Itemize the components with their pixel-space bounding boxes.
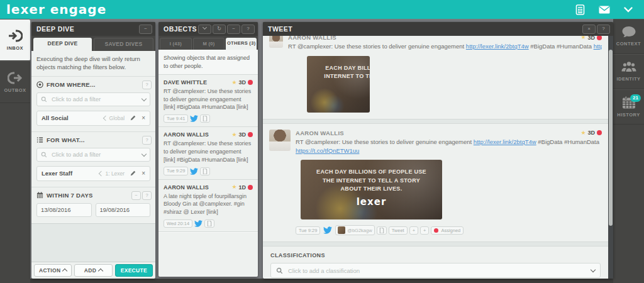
object-list-item[interactable]: DAVE WHITTLE ★ 3D RT @camplexer: Use the…	[158, 75, 258, 127]
panel-title: OBJECTS	[164, 25, 197, 33]
classification-input[interactable]	[270, 263, 601, 278]
tab-mine-count[interactable]: M (0)	[193, 38, 225, 50]
sidebar-item-context[interactable]: CONTEXT	[613, 19, 644, 54]
twitter-icon[interactable]	[190, 168, 198, 175]
age-badge: 1D	[238, 184, 246, 191]
tweet-link[interactable]: http://lexer.link/2btqT4w	[466, 43, 529, 50]
tweet-item-partial[interactable]: AARON WALLIS ★ 3D RT @camplexer: Use the…	[263, 36, 608, 119]
twitter-handle: @bG2kagw	[347, 228, 372, 233]
tweet-item-main[interactable]: AARON WALLIS ★ 3D RT @camplexer: Use the…	[263, 124, 608, 242]
chevron-down-icon[interactable]	[624, 7, 633, 13]
image-caption: EACH DAY BILLIONS OF PEOPLE USE THE INTE…	[307, 56, 370, 90]
phone-icon[interactable]	[575, 4, 585, 15]
edit-pencil-icon[interactable]	[130, 115, 136, 121]
lexer-brand-on-image: lexer	[301, 196, 442, 208]
object-author: DAVE WHITTLE	[164, 79, 207, 86]
document-badge[interactable]	[204, 219, 214, 228]
tab-others-count[interactable]: OTHERS (3)	[226, 38, 257, 50]
help-button[interactable]: ?	[142, 191, 152, 200]
document-badge[interactable]	[200, 167, 210, 175]
filter-input-field[interactable]	[50, 95, 139, 103]
sidebar-item-identity[interactable]: IDENTITY	[613, 54, 644, 89]
edit-pencil-icon[interactable]	[130, 170, 136, 176]
classification-input-field[interactable]	[287, 267, 587, 275]
classifications-section: CLASSIFICATIONS	[263, 247, 608, 279]
document-badge[interactable]	[377, 226, 387, 235]
deep-dive-body: Executing the deep dive will only return…	[31, 51, 155, 262]
assigned-dot	[597, 36, 602, 40]
refresh-button[interactable]: ↻	[213, 25, 226, 34]
action-button[interactable]: ACTION	[34, 264, 72, 277]
deep-dive-footer: ACTION ADD EXECUTE	[31, 262, 155, 279]
tweet-link[interactable]: https://t.co/tfQnETW1uu	[594, 43, 602, 50]
chevron-left-icon	[99, 170, 104, 175]
filter-chip-lexer-staff[interactable]: Lexer Staff 1: Lexer ×	[36, 166, 150, 181]
outbox-icon	[8, 71, 23, 85]
sidebar-item-history[interactable]: 21 HISTORY	[613, 89, 644, 125]
search-icon	[41, 96, 47, 103]
star-icon[interactable]: ★	[231, 132, 236, 138]
star-icon[interactable]: ★	[231, 184, 236, 190]
star-icon[interactable]: ★	[580, 130, 586, 136]
objects-tabs: I (43) M (0) OTHERS (3)	[158, 36, 258, 50]
sidebar-item-inbox[interactable]: INBOX	[0, 19, 30, 61]
calendar-icon	[36, 192, 43, 199]
plus-button[interactable]: +	[420, 226, 429, 235]
twitter-icon[interactable]	[323, 226, 332, 234]
sidebar-item-outbox[interactable]: OUTBOX	[0, 61, 30, 103]
chevron-down-icon	[142, 96, 147, 101]
tweet-link[interactable]: https://t.co/tfQnETW1uu	[296, 147, 359, 154]
target-icon	[36, 81, 43, 88]
minimize-button[interactable]: −	[131, 191, 141, 200]
tab-inbox-count[interactable]: I (43)	[160, 38, 192, 50]
remove-icon[interactable]: ×	[142, 115, 145, 121]
tweet-author: AARON WALLIS	[296, 130, 344, 136]
object-text: RT @camplexer: Use these stories to deli…	[164, 87, 253, 111]
age-badge: 3D	[587, 36, 595, 41]
assigned-badge[interactable]: Assigned	[431, 226, 464, 235]
twitter-icon[interactable]	[190, 115, 198, 122]
from-where-filter-input[interactable]	[36, 92, 150, 106]
object-list-item[interactable]: AARON WALLIS ★ 1D A late night tipple of…	[158, 180, 258, 232]
mail-icon[interactable]	[599, 6, 610, 14]
star-icon[interactable]: ★	[231, 80, 236, 86]
minimize-button[interactable]: −	[139, 25, 152, 34]
add-button[interactable]: ADD	[74, 264, 112, 277]
close-button[interactable]: ×	[582, 25, 596, 34]
scrollbar-thumb[interactable]	[609, 50, 613, 226]
execute-button[interactable]: EXECUTE	[115, 264, 153, 277]
chip-label: All Social	[42, 114, 69, 121]
help-button[interactable]: ?	[597, 25, 610, 34]
scrollbar-track[interactable]	[608, 36, 613, 279]
minimize-button[interactable]: −	[227, 25, 240, 34]
sidebar-item-label: IDENTITY	[616, 76, 640, 82]
tweet-image[interactable]: EACH DAY BILLIONS OF PEOPLE USE THE INTE…	[301, 160, 442, 219]
tab-saved-dives[interactable]: SAVED DIVES	[94, 38, 153, 51]
section-label: FROM WHERE...	[47, 81, 96, 88]
date-to-input[interactable]	[96, 203, 151, 217]
help-button[interactable]: ?	[242, 25, 255, 34]
help-button[interactable]: ?	[142, 136, 152, 145]
twitter-icon[interactable]	[194, 220, 203, 227]
tweet-image-cropped[interactable]: EACH DAY BILLIONS OF PEOPLE USE THE INTE…	[307, 56, 370, 113]
filter-chip-all-social[interactable]: All Social Global ×	[36, 111, 150, 126]
chevron-left-icon	[103, 115, 108, 120]
collapse-button[interactable]	[198, 25, 211, 34]
date-from-input[interactable]	[36, 203, 92, 217]
author-handle-badge[interactable]: @bG2kagw	[335, 225, 374, 235]
chevron-down-icon	[142, 151, 147, 156]
classifications-label: CLASSIFICATIONS	[270, 252, 601, 258]
star-icon[interactable]: ★	[580, 36, 586, 40]
tab-deep-dive[interactable]: DEEP DIVE	[33, 38, 92, 51]
help-button[interactable]: ?	[142, 80, 152, 89]
tweet-type-badge[interactable]: Tweet	[389, 226, 408, 235]
search-icon	[41, 152, 47, 158]
object-list-item[interactable]: AARON WALLIS ★ 3D RT @camplexer: Use the…	[158, 127, 258, 179]
remove-icon[interactable]: ×	[142, 170, 145, 177]
tweet-link[interactable]: http://lexer.link/2btqT4w	[474, 138, 536, 145]
plus-button[interactable]: +	[409, 226, 418, 235]
document-badge[interactable]	[200, 114, 210, 123]
for-what-filter-input[interactable]	[36, 148, 150, 162]
object-text: A late night tipple of fourpillarsgin Bl…	[164, 192, 253, 216]
filter-input-field[interactable]	[50, 150, 139, 158]
